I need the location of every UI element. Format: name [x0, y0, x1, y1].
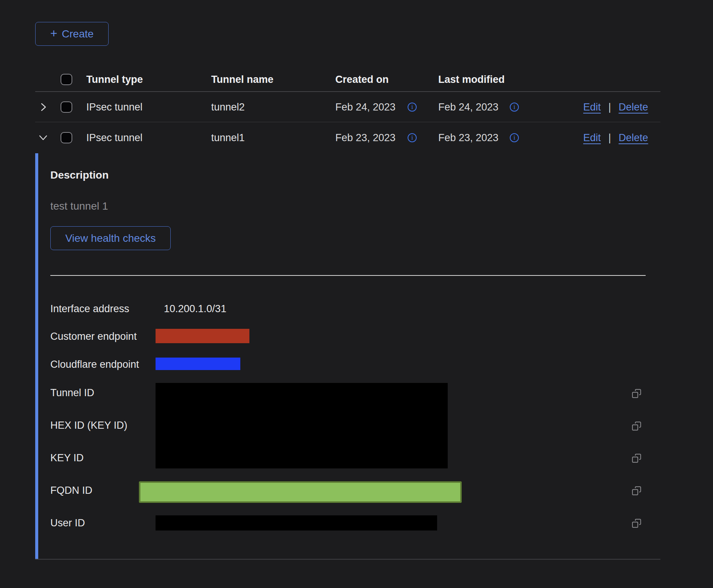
- created-on-cell: Feb 24, 2023: [335, 101, 395, 113]
- info-icon[interactable]: i: [510, 133, 519, 142]
- collapse-row-button[interactable]: [38, 133, 48, 143]
- chevron-right-icon: [38, 102, 48, 112]
- tunnel-id-label: Tunnel ID: [50, 387, 94, 399]
- tunnel-name-cell: tunnel2: [211, 101, 245, 113]
- info-icon[interactable]: i: [510, 103, 519, 112]
- info-icon[interactable]: i: [408, 133, 417, 142]
- description-label: Description: [50, 169, 109, 181]
- interface-address-value: 10.200.1.0/31: [164, 303, 226, 315]
- description-value: test tunnel 1: [50, 200, 108, 212]
- tunnels-page: + Create Tunnel type Tunnel name Created…: [0, 0, 713, 588]
- tunnel-type-cell: IPsec tunnel: [86, 101, 143, 113]
- select-all-checkbox[interactable]: [61, 74, 72, 85]
- user-id-label: User ID: [50, 517, 85, 529]
- table-row: IPsec tunnel tunnel1 Feb 23, 2023 i Feb …: [35, 122, 660, 153]
- created-on-cell: Feb 23, 2023: [335, 132, 395, 144]
- user-id-redaction: [156, 515, 437, 530]
- expanded-row-accent-bar: [35, 153, 38, 559]
- view-health-checks-button[interactable]: View health checks: [50, 226, 171, 250]
- edit-link[interactable]: Edit: [583, 132, 601, 144]
- copy-icon: [632, 518, 641, 528]
- copy-fqdn-id-button[interactable]: [632, 486, 641, 496]
- last-modified-cell: Feb 24, 2023: [438, 101, 498, 113]
- table-row: IPsec tunnel tunnel2 Feb 24, 2023 i Feb …: [35, 93, 660, 122]
- hex-id-label: HEX ID (KEY ID): [50, 419, 128, 431]
- copy-icon: [632, 421, 641, 431]
- customer-endpoint-redaction: [156, 329, 249, 343]
- interface-address-label: Interface address: [50, 303, 129, 315]
- column-header-tunnel-name: Tunnel name: [211, 73, 274, 86]
- last-modified-cell: Feb 23, 2023: [438, 132, 498, 144]
- modified-info-icon-wrap: i: [510, 133, 519, 142]
- delete-link[interactable]: Delete: [619, 132, 648, 144]
- cloudflare-endpoint-redaction: [156, 358, 240, 370]
- expand-row-button[interactable]: [38, 102, 48, 112]
- section-divider: [50, 275, 646, 276]
- info-icon[interactable]: i: [408, 103, 417, 112]
- copy-icon: [632, 389, 641, 398]
- delete-link[interactable]: Delete: [619, 101, 648, 113]
- column-header-last-modified: Last modified: [438, 73, 505, 86]
- copy-key-id-button[interactable]: [632, 453, 641, 463]
- copy-icon: [632, 486, 641, 496]
- plus-icon: +: [50, 27, 58, 39]
- copy-hex-id-button[interactable]: [632, 421, 641, 431]
- ids-redaction-block: [156, 383, 448, 468]
- create-button[interactable]: + Create: [35, 22, 109, 46]
- create-button-label: Create: [62, 28, 93, 40]
- column-header-created-on: Created on: [335, 73, 389, 86]
- tunnel-type-cell: IPsec tunnel: [86, 132, 143, 144]
- column-header-tunnel-type: Tunnel type: [86, 73, 143, 86]
- row-actions: Edit | Delete: [583, 101, 648, 113]
- chevron-down-icon: [38, 133, 48, 143]
- actions-separator: |: [609, 132, 611, 144]
- customer-endpoint-label: Customer endpoint: [50, 330, 137, 342]
- tunnel-detail-panel: Description test tunnel 1 View health ch…: [35, 153, 660, 560]
- tunnel-name-cell: tunnel1: [211, 132, 245, 144]
- modified-info-icon-wrap: i: [510, 103, 519, 112]
- fqdn-id-redaction: [139, 481, 462, 503]
- row-checkbox[interactable]: [61, 132, 72, 143]
- row-checkbox[interactable]: [61, 101, 72, 113]
- fqdn-id-label: FQDN ID: [50, 484, 92, 496]
- row-actions: Edit | Delete: [583, 132, 648, 144]
- key-id-label: KEY ID: [50, 452, 84, 464]
- view-health-checks-label: View health checks: [65, 232, 156, 244]
- actions-separator: |: [609, 101, 611, 113]
- copy-icon: [632, 453, 641, 463]
- table-header-row: Tunnel type Tunnel name Created on Last …: [35, 67, 660, 92]
- copy-user-id-button[interactable]: [632, 518, 641, 528]
- cloudflare-endpoint-label: Cloudflare endpoint: [50, 358, 139, 370]
- created-info-icon-wrap: i: [408, 103, 417, 112]
- edit-link[interactable]: Edit: [583, 101, 601, 113]
- created-info-icon-wrap: i: [408, 133, 417, 142]
- copy-tunnel-id-button[interactable]: [632, 389, 641, 398]
